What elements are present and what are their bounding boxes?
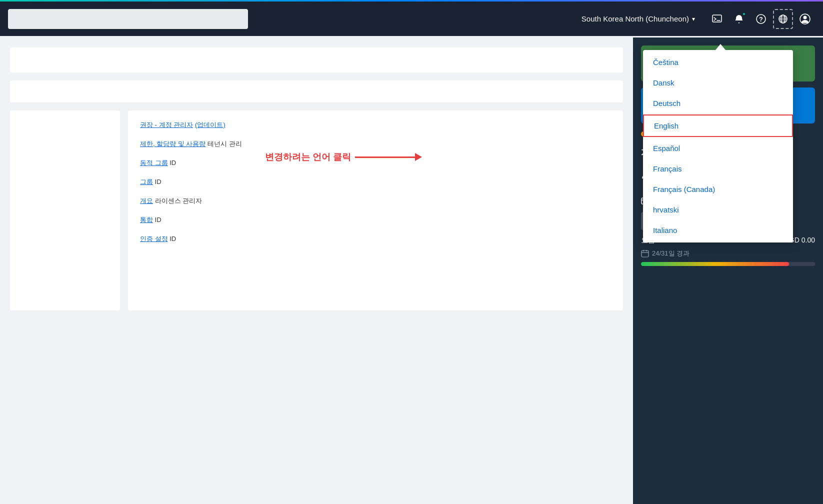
svg-text:?: ? [759,16,763,23]
text-license: 라이센스 관리자 [153,197,202,204]
link-update[interactable]: (업데이트) [195,121,226,128]
globe-icon [778,14,788,24]
region-selector[interactable]: South Korea North (Chuncheon) ▾ [582,14,695,23]
user-profile-button[interactable] [795,9,815,29]
link-overview[interactable]: 개요 [140,197,153,204]
lang-item-deutsch[interactable]: Deutsch [643,93,793,114]
help-button[interactable]: ? [751,9,771,29]
text-id-1: ID [168,159,176,166]
language-dropdown: Čeština Dansk Deutsch English Español Fr… [643,50,793,242]
link-limits[interactable]: 제한, 할당량 및 사용량 [140,140,206,148]
arrow-line [355,156,415,158]
lang-item-francais[interactable]: Français [643,158,793,179]
top-gradient-bar [0,0,823,2]
arrow-head [415,153,422,161]
calendar-icon [641,250,649,258]
right-panel: 권장 - 계정 관리자 (업데이트) 제한, 할당량 및 사용량 테넌시 관리 … [128,110,623,310]
link-dynamic-group[interactable]: 동적 그룹 [140,159,168,166]
lang-item-espanol[interactable]: Español [643,138,793,158]
content-subheader [10,80,623,102]
annotation-arrow [355,153,422,161]
user-icon [800,14,810,24]
panel-row-4: 그룹 ID [140,178,611,186]
lang-item-italiano[interactable]: Italiano [643,220,793,240]
link-integration[interactable]: 통합 [140,216,153,224]
content-area: 권장 - 계정 관리자 (업데이트) 제한, 할당량 및 사용량 테넌시 관리 … [0,38,633,504]
lang-item-hrvatski[interactable]: hrvatski [643,200,793,220]
panel-row-6: 통합 ID [140,216,611,224]
text-id-3: ID [153,216,162,224]
top-bar-icons: ? [707,9,815,29]
left-panel [10,110,120,310]
billing-progress-fill [641,262,789,266]
lang-item-dansk[interactable]: Dansk [643,72,793,93]
svg-rect-0 [712,15,722,22]
panel-row-5: 개요 라이센스 관리자 [140,196,611,206]
link-auth-settings[interactable]: 인증 설정 [140,235,168,242]
chevron-down-icon: ▾ [692,16,695,22]
language-button[interactable] [773,9,793,29]
help-icon: ? [756,14,766,24]
lang-item-cestina[interactable]: Čeština [643,52,793,72]
search-input[interactable] [8,9,248,29]
lang-item-english[interactable]: English [643,114,793,137]
top-navigation-bar: South Korea North (Chuncheon) ▾ ? [0,0,823,36]
panel-row-2: 제한, 할당량 및 사용량 테넌시 관리 [140,140,611,148]
text-tenancy: 테넌시 관리 [206,140,242,148]
text-id-4: ID [168,235,176,242]
terminal-icon [712,14,722,24]
dropdown-arrow [716,44,726,50]
billing-progress-bar [641,262,815,266]
terminal-button[interactable] [707,9,727,29]
svg-rect-17 [642,250,648,257]
notifications-button[interactable] [729,9,749,29]
link-account-admin[interactable]: 권장 - 계정 관리자 [140,121,193,128]
annotation-group: 변경하려는 언어 클릭 [265,151,422,163]
annotation-text: 변경하려는 언어 클릭 [265,151,351,163]
svg-point-10 [804,16,807,19]
panel-row-7: 인증 설정 ID [140,234,611,244]
billing-date-text: 24/31일 경과 [652,249,690,258]
billing-date: 24/31일 경과 [641,249,815,258]
link-group[interactable]: 그룹 [140,178,153,186]
text-id-2: ID [153,178,162,186]
panel-row-1: 권장 - 계정 관리자 (업데이트) [140,120,611,130]
region-label: South Korea North (Chuncheon) [582,14,689,23]
notification-dot [742,12,746,16]
lang-item-francais-canada[interactable]: Français (Canada) [643,179,793,200]
content-body: 권장 - 계정 관리자 (업데이트) 제한, 할당량 및 사용량 테넌시 관리 … [10,110,623,310]
content-header [10,48,623,72]
